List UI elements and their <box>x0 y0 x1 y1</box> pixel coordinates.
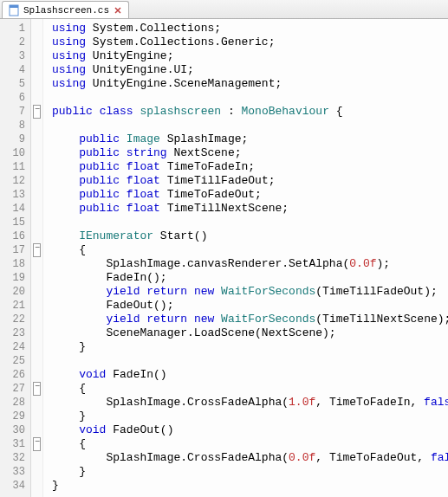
token-kw: false <box>431 451 448 464</box>
token-id: UnityEngine.UI; <box>93 63 194 76</box>
line-number: 22 <box>0 313 30 326</box>
token-id: FadeOut() <box>113 423 173 436</box>
fold-cell <box>31 49 42 63</box>
code-line[interactable]: using System.Collections; <box>52 22 448 36</box>
token-pn: { <box>79 382 86 395</box>
code-line[interactable]: yield return new WaitForSeconds(TimeTill… <box>52 313 448 326</box>
token-id: (TimeTillFadeOut); <box>315 285 437 298</box>
token-id: TimeToFadeIn; <box>167 160 255 173</box>
token-sp <box>52 243 79 256</box>
code-area[interactable]: using System.Collections;using System.Co… <box>43 19 448 497</box>
token-id: SceneManager.LoadScene(NextScene); <box>106 326 335 339</box>
code-line[interactable]: { <box>52 243 448 257</box>
fold-cell[interactable] <box>31 243 42 257</box>
token-sp <box>86 49 93 62</box>
code-line[interactable] <box>52 119 448 132</box>
token-sp <box>160 160 167 173</box>
code-line[interactable]: public float TimeToFadeOut; <box>52 188 448 202</box>
code-line[interactable]: FadeOut(); <box>52 299 448 313</box>
token-id: SplashImage.canvasRenderer.SetAlpha( <box>106 257 349 270</box>
code-line[interactable]: { <box>52 437 448 451</box>
code-line[interactable]: using UnityEngine.SceneManagement; <box>52 77 448 91</box>
code-line[interactable] <box>52 354 448 368</box>
fold-toggle-icon[interactable] <box>33 105 41 119</box>
token-sp <box>160 174 167 187</box>
fold-toggle-icon[interactable] <box>33 382 41 396</box>
code-line[interactable]: } <box>52 465 448 479</box>
token-id: FadeOut(); <box>106 299 173 312</box>
token-kw: using <box>52 22 86 35</box>
code-line[interactable]: public float TimeToFadeIn; <box>52 160 448 174</box>
code-line[interactable]: yield return new WaitForSeconds(TimeTill… <box>52 285 448 299</box>
token-sp <box>52 160 79 173</box>
fold-toggle-icon[interactable] <box>33 437 41 451</box>
token-sp <box>160 188 167 201</box>
code-line[interactable]: void FadeIn() <box>52 368 448 382</box>
code-line[interactable]: using UnityEngine.UI; <box>52 63 448 77</box>
code-line[interactable]: SceneManager.LoadScene(NextScene); <box>52 326 448 340</box>
line-number: 3 <box>0 49 30 63</box>
fold-cell[interactable] <box>31 105 42 119</box>
code-line[interactable]: IEnumerator Start() <box>52 229 448 243</box>
token-sp <box>52 132 79 145</box>
token-sp <box>52 410 79 423</box>
token-id: System.Collections; <box>93 22 221 35</box>
code-line[interactable]: void FadeOut() <box>52 423 448 437</box>
fold-cell <box>31 146 42 160</box>
code-line[interactable]: } <box>52 340 448 354</box>
fold-cell <box>31 326 42 340</box>
token-kw: float <box>127 174 160 187</box>
token-sp <box>120 160 127 173</box>
code-line[interactable]: SplashImage.canvasRenderer.SetAlpha(0.0f… <box>52 257 448 271</box>
token-id: TimeTillFadeOut; <box>167 174 276 187</box>
token-kw: public <box>79 132 120 145</box>
code-line[interactable]: public string NextScene; <box>52 146 448 160</box>
code-line[interactable]: FadeIn(); <box>52 271 448 285</box>
token-sp <box>52 326 106 339</box>
token-sp <box>52 146 79 159</box>
fold-cell <box>31 63 42 77</box>
code-line[interactable] <box>52 216 448 229</box>
line-number: 17 <box>0 243 30 257</box>
token-sp <box>52 423 79 436</box>
fold-cell[interactable] <box>31 437 42 451</box>
fold-cell <box>31 160 42 174</box>
token-id: TimeToFadeOut; <box>167 188 262 201</box>
code-line[interactable]: } <box>52 410 448 423</box>
fold-toggle-icon[interactable] <box>33 243 41 257</box>
code-line[interactable]: using System.Collections.Generic; <box>52 36 448 49</box>
close-icon[interactable] <box>113 5 123 16</box>
code-line[interactable]: SplashImage.CrossFadeAlpha(1.0f, TimeToF… <box>52 396 448 410</box>
code-line[interactable]: public Image SplashImage; <box>52 132 448 146</box>
file-tab[interactable]: Splashscreen.cs <box>2 1 129 18</box>
code-line[interactable]: using UnityEngine; <box>52 49 448 63</box>
code-line[interactable]: SplashImage.CrossFadeAlpha(0.0f, TimeToF… <box>52 451 448 465</box>
line-number: 5 <box>0 77 30 91</box>
code-line[interactable]: public class splashscreen : MonoBehaviou… <box>52 105 448 119</box>
fold-cell <box>31 340 42 354</box>
token-sp <box>52 313 106 326</box>
token-sp <box>52 396 106 409</box>
code-editor[interactable]: 1234567891011121314151617181920212223242… <box>0 19 448 497</box>
token-pn: { <box>79 437 86 450</box>
code-line[interactable]: public float TimeTillFadeOut; <box>52 174 448 188</box>
code-line[interactable]: { <box>52 382 448 396</box>
tab-filename: Splashscreen.cs <box>23 5 109 16</box>
token-id: SplashImage.CrossFadeAlpha( <box>106 451 289 464</box>
fold-cell[interactable] <box>31 382 42 396</box>
token-sp <box>52 382 79 395</box>
line-number: 19 <box>0 271 30 285</box>
line-number: 6 <box>0 91 30 105</box>
code-line[interactable]: } <box>52 479 448 493</box>
code-line[interactable] <box>52 91 448 105</box>
fold-cell <box>31 396 42 410</box>
token-sp <box>120 202 127 215</box>
line-number-gutter: 1234567891011121314151617181920212223242… <box>0 19 31 497</box>
line-number: 15 <box>0 216 30 229</box>
token-kw: return <box>146 285 187 298</box>
code-line[interactable]: public float TimeTillNextScene; <box>52 202 448 216</box>
token-kw: using <box>52 36 86 48</box>
token-id: TimeTillNextScene; <box>167 202 289 215</box>
svg-rect-1 <box>10 5 18 8</box>
token-sp <box>235 105 242 118</box>
